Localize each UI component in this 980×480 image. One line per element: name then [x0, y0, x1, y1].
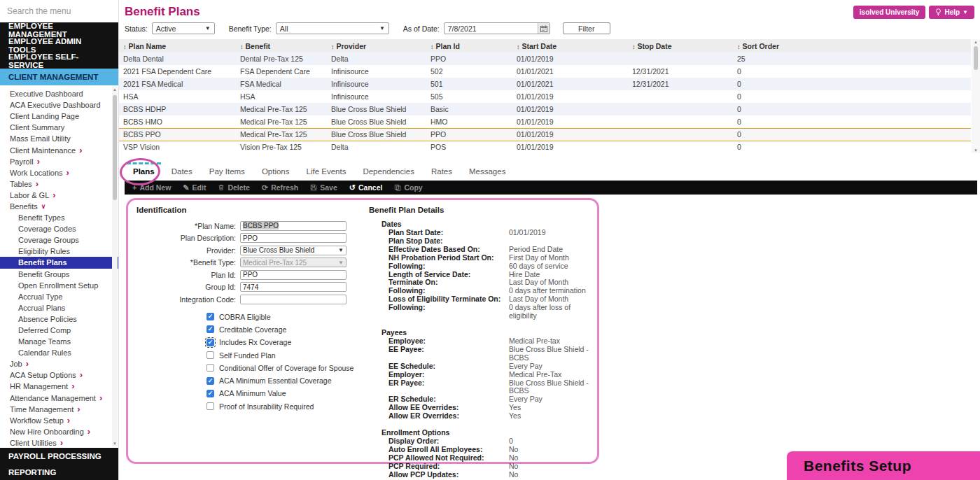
refresh-button[interactable]: ⟳Refresh	[262, 183, 298, 192]
sidebar-item-absence-policies[interactable]: Absence Policies	[0, 313, 118, 325]
sidebar-item-accrual-type[interactable]: Accrual Type	[0, 291, 118, 302]
provider-select[interactable]: Blue Cross Blue Shield▼	[240, 246, 346, 255]
sidebar-item-deferred-comp[interactable]: Deferred Comp	[0, 325, 118, 336]
integration-code-input[interactable]	[240, 295, 346, 304]
tab-options[interactable]: Options	[253, 164, 298, 178]
status-select[interactable]: Active ▼	[152, 22, 215, 34]
sidebar-section-employee-self-service[interactable]: EMPLOYEE SELF-SERVICE	[0, 53, 118, 69]
calendar-icon[interactable]	[538, 23, 550, 34]
conditional-offer-of-coverage-for-spouse-checkbox[interactable]: Conditional Offer of Coverage for Spouse	[206, 362, 360, 374]
sidebar-item-client-landing-page[interactable]: Client Landing Page	[0, 111, 118, 122]
tab-rates[interactable]: Rates	[423, 164, 461, 178]
scroll-up-icon[interactable]: ▲	[974, 39, 978, 45]
cancel-button[interactable]: ↺Cancel	[349, 183, 383, 192]
table-row-bcbs-ppo[interactable]: BCBS PPOMedical Pre-Tax 125Blue Cross Bl…	[119, 128, 971, 141]
sidebar-item-labor-gl[interactable]: Labor & GL›	[0, 190, 118, 201]
sidebar-item-eligibility-rules[interactable]: Eligibility Rules	[0, 246, 118, 257]
table-row-bcbs-hmo[interactable]: BCBS HMOMedical Pre-Tax 125Blue Cross Bl…	[119, 115, 971, 128]
as-of-date-label: As of Date:	[403, 24, 440, 33]
save-button[interactable]: Save	[310, 183, 337, 192]
sidebar-item-open-enrollment-setup[interactable]: Open Enrollment Setup	[0, 280, 118, 291]
sidebar-item-benefit-plans[interactable]: Benefit Plans	[0, 257, 118, 268]
proof-of-insurability-required-checkbox[interactable]: Proof of Insurability Required	[206, 400, 360, 413]
sidebar-item-tables[interactable]: Tables›	[0, 178, 118, 190]
sidebar-section-payroll-processing[interactable]: PAYROLL PROCESSING	[0, 448, 118, 464]
sidebar-item-attendance-management[interactable]: Attendance Management›	[0, 393, 118, 404]
plan-id-input[interactable]: PPO	[240, 270, 346, 280]
benefit-type-select[interactable]: All ▼	[276, 22, 389, 34]
scroll-down-icon[interactable]: ▼	[974, 148, 978, 153]
aca-minimum-value-checkbox[interactable]: ✓ACA Minimum Value	[206, 387, 360, 400]
menu-search[interactable]	[0, 0, 118, 22]
column-header-start-date[interactable]: ↕Start Date	[512, 39, 628, 52]
table-row-2021-fsa-dependent-care[interactable]: 2021 FSA Dependent CareFSA Dependent Car…	[119, 65, 971, 78]
sidebar-scrollbar[interactable]: ▲ ▼	[112, 87, 118, 446]
column-header-sort-order[interactable]: ↕Sort Order	[733, 39, 971, 52]
sidebar-section-client-management[interactable]: CLIENT MANAGEMENT	[0, 69, 118, 85]
column-header-benefit[interactable]: ↕Benefit	[236, 39, 327, 52]
tab-dates[interactable]: Dates	[163, 164, 201, 178]
sidebar-item-coverage-codes[interactable]: Coverage Codes	[0, 223, 118, 234]
tab-messages[interactable]: Messages	[461, 164, 514, 178]
isolved-university-button[interactable]: isolved University	[853, 6, 926, 19]
help-button[interactable]: Help ▼	[929, 6, 974, 19]
sidebar-item-payroll[interactable]: Payroll›	[0, 156, 118, 167]
column-header-plan-name[interactable]: ↕Plan Name	[119, 39, 236, 52]
includes-rx-coverage-checkbox[interactable]: ✓Includes Rx Coverage	[206, 336, 360, 348]
sidebar-item-aca-setup-options[interactable]: ACA Setup Options›	[0, 369, 118, 381]
sidebar-item-client-utilities[interactable]: Client Utilities›	[0, 437, 118, 448]
plan-name-input[interactable]: BCBS PPO	[240, 221, 346, 231]
sidebar-item-benefit-groups[interactable]: Benefit Groups	[0, 269, 118, 280]
cobra-eligible-checkbox[interactable]: ✓COBRA Eligible	[206, 311, 360, 323]
table-row-delta-dental[interactable]: Delta DentalDental Pre-Tax 125DeltaPPO01…	[119, 52, 971, 65]
sidebar-item-manage-teams[interactable]: Manage Teams	[0, 336, 118, 347]
search-input[interactable]	[7, 6, 111, 16]
column-header-plan-id[interactable]: ↕Plan Id	[426, 39, 512, 52]
sidebar-item-executive-dashboard[interactable]: Executive Dashboard	[0, 88, 118, 99]
sidebar-item-new-hire-onboarding[interactable]: New Hire Onboarding›	[0, 426, 118, 437]
sidebar-item-mass-email-utility[interactable]: Mass Email Utility	[0, 133, 118, 144]
table-scrollbar[interactable]: ▲ ▼	[972, 39, 980, 153]
group-id-input[interactable]: 7474	[240, 282, 346, 292]
column-header-provider[interactable]: ↕Provider	[327, 39, 426, 52]
sidebar-item-workflow-setup[interactable]: Workflow Setup›	[0, 415, 118, 426]
edit-button[interactable]: ✎Edit	[183, 183, 206, 192]
plan-description-input[interactable]: PPO	[240, 233, 346, 243]
creditable-coverage-checkbox[interactable]: ✓Creditable Coverage	[206, 323, 360, 336]
filter-button[interactable]: Filter	[563, 22, 610, 34]
aca-minimum-essential-coverage-checkbox[interactable]: ✓ACA Minimum Essential Coverage	[206, 374, 360, 387]
self-funded-plan-checkbox[interactable]: Self Funded Plan	[206, 348, 360, 361]
scroll-down-icon[interactable]: ▼	[113, 441, 117, 446]
sidebar-section-employee-admin-tools[interactable]: EMPLOYEE ADMIN TOOLS	[0, 38, 118, 53]
table-row-vsp-vision[interactable]: VSP VisionVision Pre-Tax 125DeltaPOS01/0…	[119, 141, 971, 153]
sidebar-section-employee-management[interactable]: EMPLOYEE MANAGEMENT	[0, 22, 118, 38]
sidebar-item-hr-management[interactable]: HR Management›	[0, 381, 118, 392]
copy-button[interactable]: Copy	[394, 183, 422, 192]
table-row-2021-fsa-medical[interactable]: 2021 FSA MedicalFSA MedicalInfinisource5…	[119, 78, 971, 90]
tab-plans[interactable]: Plans	[125, 164, 163, 178]
scroll-up-icon[interactable]: ▲	[113, 87, 117, 92]
table-row-bcbs-hdhp[interactable]: BCBS HDHPMedical Pre-Tax 125Blue Cross B…	[119, 103, 971, 115]
column-header-stop-date[interactable]: ↕Stop Date	[628, 39, 733, 52]
sidebar-item-work-locations[interactable]: Work Locations›	[0, 167, 118, 178]
sidebar-item-client-summary[interactable]: Client Summary	[0, 122, 118, 133]
delete-button[interactable]: Delete	[218, 183, 250, 192]
tab-life-events[interactable]: Life Events	[298, 164, 355, 178]
as-of-date-input[interactable]: 7/8/2021	[444, 22, 550, 34]
table-row-hsa[interactable]: HSAHSAInfinisource50501/01/20190	[119, 90, 971, 103]
add-new-button[interactable]: +Add New	[132, 183, 171, 192]
scrollbar-thumb[interactable]	[974, 46, 978, 70]
sidebar-item-benefit-types[interactable]: Benefit Types	[0, 212, 118, 223]
sidebar-item-coverage-groups[interactable]: Coverage Groups	[0, 234, 118, 246]
sidebar-item-accrual-plans[interactable]: Accrual Plans	[0, 302, 118, 313]
sidebar-item-aca-executive-dashboard[interactable]: ACA Executive Dashboard	[0, 99, 118, 111]
sidebar-item-time-management[interactable]: Time Management›	[0, 404, 118, 415]
tab-dependencies[interactable]: Dependencies	[354, 164, 423, 178]
scrollbar-thumb[interactable]	[113, 95, 117, 200]
sidebar-item-calendar-rules[interactable]: Calendar Rules	[0, 347, 118, 358]
tab-pay-items[interactable]: Pay Items	[201, 164, 253, 178]
sidebar-section-reporting[interactable]: REPORTING	[0, 464, 118, 480]
sidebar-item-client-maintenance[interactable]: Client Maintenance›	[0, 144, 118, 155]
sidebar-item-job[interactable]: Job›	[0, 358, 118, 369]
sidebar-item-benefits[interactable]: Benefits∨	[0, 201, 118, 212]
